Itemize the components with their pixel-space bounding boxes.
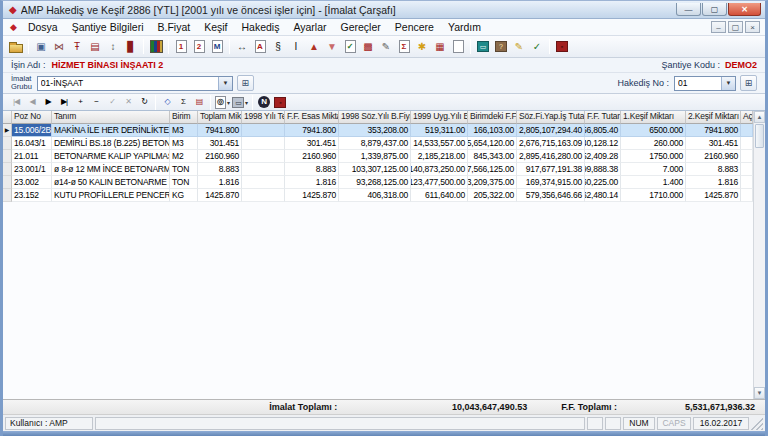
grid-cell-birim[interactable]: M3 (170, 137, 198, 150)
grid-cell-s-z-fi-yap-i-tutar[interactable]: 169,374,915.00 (517, 176, 585, 189)
next-record-icon-button[interactable]: ▶ (40, 95, 56, 109)
grid-cell-1998-y-l-tespit-m[interactable] (242, 150, 285, 163)
mdi-restore-button[interactable]: ▢ (728, 21, 743, 33)
grid-cell-1998-y-l-tespit-m[interactable] (242, 124, 285, 137)
grid-cell-2-ke-if-miktar[interactable]: 1425.870 (686, 189, 741, 202)
print-icon-dropdown-arrow[interactable]: ▾ (245, 99, 248, 106)
grid-cell-f-f-esas-miktar[interactable]: 8.883 (285, 163, 339, 176)
grid-cell-tan-m[interactable]: MAKİNA İLE HER DERİNLİKTE GENİŞ DERİN (52, 124, 170, 137)
open-folder-icon-button[interactable] (7, 38, 25, 56)
monitor-icon-button[interactable]: ▭ (474, 38, 492, 56)
mdi-minimize-button[interactable]: – (711, 21, 726, 33)
grid-cell-toplam-miktar[interactable]: 8.883 (198, 163, 242, 176)
grid-cell-a-kla[interactable] (741, 176, 753, 189)
current-row-marker-icon[interactable]: ▶ (3, 124, 12, 137)
print-preview-icon-button[interactable]: ◎▾ (214, 95, 231, 109)
sum-doc-icon-button[interactable]: Σ (395, 38, 413, 56)
grid-cell-toplam-miktar[interactable]: 7941.800 (198, 124, 242, 137)
close-button[interactable]: ✕ (728, 3, 761, 16)
column-header-birimdeki-f-f[interactable]: Birimdeki F.F. (468, 111, 517, 124)
grid-cell-2-ke-if-miktar[interactable]: 8.883 (686, 163, 741, 176)
paragraph-icon-button[interactable]: § (269, 38, 287, 56)
imalat-grubu-form-button[interactable]: ⊞ (237, 75, 254, 91)
table-row[interactable]: 21.011BETONARME KALIP YAPILMASIM22160.96… (3, 150, 753, 163)
grid-cell-1998-s-z-y-l-b-fiyat[interactable]: 93,268,125.00 (339, 176, 411, 189)
grid-cell-f-f-tutar[interactable]: ,860,225.00 (585, 176, 621, 189)
grid-cell-toplam-miktar[interactable]: 1425.870 (198, 189, 242, 202)
imalat-grubu-value[interactable] (38, 77, 218, 90)
grid-cell-2-ke-if-miktar[interactable]: 301.451 (686, 137, 741, 150)
grid-cell-a-kla[interactable] (741, 150, 753, 163)
grid-cell-2-ke-if-miktar[interactable]: 1.816 (686, 176, 741, 189)
column-header-1-ke-if-miktar[interactable]: 1.Keşif Miktarı (621, 111, 686, 124)
grid-cell-1998-s-z-y-l-b-fiyat[interactable]: 353,208.00 (339, 124, 411, 137)
sliders-icon-button[interactable]: ↕ (104, 38, 122, 56)
grid-cell-toplam-miktar[interactable]: 1.816 (198, 176, 242, 189)
doc-m-icon-button[interactable]: M (208, 38, 226, 56)
scroll-down-icon[interactable]: ▼ (754, 387, 765, 399)
grid-cell-1998-y-l-tespit-m[interactable] (242, 189, 285, 202)
menu-gere-ler[interactable]: Gereçler (334, 20, 388, 34)
funnel-icon-button[interactable]: ▼ (323, 38, 341, 56)
stamp-icon-button[interactable]: Ŧ (68, 38, 86, 56)
grid-cell-1999-uyg-y-l-b-fiyat[interactable]: 2,185,218.00 (411, 150, 468, 163)
form-icon-button[interactable]: ▣ (32, 38, 50, 56)
grid-cell-1998-s-z-y-l-b-fiyat[interactable]: 103,307,125.00 (339, 163, 411, 176)
insert-record-icon-button[interactable]: + (72, 95, 88, 109)
print-preview-icon-dropdown-arrow[interactable]: ▾ (227, 99, 230, 106)
grid-cell-tan-m[interactable]: KUTU PROFİLLERLE PENCERE VE KAPI YAP (52, 189, 170, 202)
maximize-button[interactable]: ▢ (702, 3, 727, 16)
table-row[interactable]: ▶15.006/2BMAKİNA İLE HER DERİNLİKTE GENİ… (3, 124, 753, 137)
grid-cell-1999-uyg-y-l-b-fiyat[interactable]: 123,477,500.00 (411, 176, 468, 189)
grid-cell-birimdeki-f-f[interactable]: 5,654,120.00 (468, 137, 517, 150)
ruler-icon-button[interactable]: ↔ (233, 38, 251, 56)
grid-cell-1999-uyg-y-l-b-fiyat[interactable]: 519,311.00 (411, 124, 468, 137)
resize-grip[interactable] (751, 417, 763, 430)
column-header-tan-m[interactable]: Tanım (52, 111, 170, 124)
grid-cell-1998-y-l-tespit-m[interactable] (242, 176, 285, 189)
grid-cell-1-ke-if-miktar[interactable]: 7.000 (621, 163, 686, 176)
grid-cell-birim[interactable]: TON (170, 176, 198, 189)
table-row[interactable]: 23.002ø14-ø 50 KALIN BETONARME DEMİRİ BÜ… (3, 176, 753, 189)
grid-cell-birimdeki-f-f[interactable]: 166,103.00 (468, 124, 517, 137)
grid-cell-poz-no[interactable]: 23.002 (12, 176, 52, 189)
menu-antiye-bilgileri[interactable]: Şantiye Bilgileri (65, 20, 151, 34)
grid-cell-birim[interactable]: TON (170, 163, 198, 176)
grid-cell-1-ke-if-miktar[interactable]: 1710.000 (621, 189, 686, 202)
grid-cell-a-kla[interactable] (741, 163, 753, 176)
grid-cell-1998-y-l-tespit-m[interactable] (242, 137, 285, 150)
vertical-scrollbar[interactable]: ▲ ▼ (753, 111, 765, 399)
menu-ayarlar[interactable]: Ayarlar (286, 20, 333, 34)
grid-cell-a-kla[interactable] (741, 189, 753, 202)
sign-check-icon-button[interactable]: ✓ (528, 38, 546, 56)
grid-cell-f-f-esas-miktar[interactable]: 1.816 (285, 176, 339, 189)
column-header-f-f-esas-miktar[interactable]: F.F. Esas Miktar (285, 111, 339, 124)
scroll-up-icon[interactable]: ▲ (754, 111, 765, 123)
grid-cell-toplam-miktar[interactable]: 2160.960 (198, 150, 242, 163)
grid-cell-birim[interactable]: M2 (170, 150, 198, 163)
hakedis-no-form-button[interactable]: ⊞ (740, 75, 757, 91)
grid-cell-tan-m[interactable]: DEMİRLİ BS.18 (B.225) BETONU (GRANÜLO (52, 137, 170, 150)
library-books-icon-button[interactable] (147, 38, 165, 56)
grid-cell-f-f-tutar[interactable]: ,156,805.40 (585, 124, 621, 137)
imalat-grubu-combo[interactable]: ▼ (37, 76, 233, 91)
grid-cell-birim[interactable]: KG (170, 189, 198, 202)
folder-help-icon-button[interactable]: ? (492, 38, 510, 56)
grid-cell-f-f-tutar[interactable]: ,752,409.28 (585, 150, 621, 163)
hakedis-no-dropdown-icon[interactable]: ▼ (721, 77, 735, 90)
grid-cell-1999-uyg-y-l-b-fiyat[interactable]: 14,533,557.00 (411, 137, 468, 150)
menu-pencere[interactable]: Pencere (388, 20, 441, 34)
column-header-birim[interactable]: Birim (170, 111, 198, 124)
grid-cell-s-z-fi-yap-i-tutar[interactable]: 917,677,191.38 (517, 163, 585, 176)
grid-cell-f-f-tutar[interactable]: ,762,480.14 (585, 189, 621, 202)
table-row[interactable]: 16.043/1DEMİRLİ BS.18 (B.225) BETONU (GR… (3, 137, 753, 150)
grid-cell-f-f-tutar[interactable]: ,699,888.38 (585, 163, 621, 176)
column-header-1998-s-z-y-l-b-fiyat[interactable]: 1998 Söz.Yılı B.Fiyatı (339, 111, 411, 124)
grid-cell-tan-m[interactable]: ø 8-ø 12 MM İNCE BETONARME DEMİRİN B (52, 163, 170, 176)
grid-cell-1998-y-l-tespit-m[interactable] (242, 163, 285, 176)
report-icon-button[interactable]: ▤ (86, 38, 104, 56)
book-icon-button[interactable]: ▊ (122, 38, 140, 56)
grid-cell-birimdeki-f-f[interactable]: 7,566,125.00 (468, 163, 517, 176)
n-circle-icon-button[interactable]: N (256, 95, 272, 109)
grid-cell-f-f-esas-miktar[interactable]: 301.451 (285, 137, 339, 150)
